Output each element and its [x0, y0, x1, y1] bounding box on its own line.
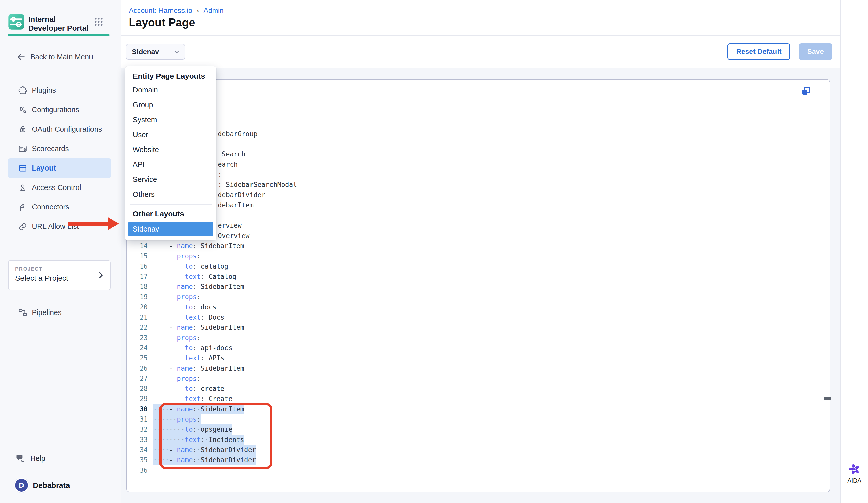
- person-icon: [18, 183, 27, 192]
- menu-item-domain[interactable]: Domain: [125, 82, 216, 98]
- sidebar-item-oauth-configurations[interactable]: OAuth Configurations: [8, 119, 111, 139]
- project-label: PROJECT: [15, 266, 42, 272]
- menu-item-website[interactable]: Website: [125, 142, 216, 157]
- svg-text:?: ?: [19, 455, 21, 459]
- code-line-content: - name: SidebarItem: [153, 322, 244, 332]
- layout-select[interactable]: Sidenav: [126, 44, 185, 60]
- sidebar-item-pipelines[interactable]: Pipelines: [8, 304, 111, 321]
- yaml-editor-panel[interactable]: debarGroupSearchearch:: SidebarSearchMod…: [126, 79, 830, 492]
- code-line-content: props:: [153, 373, 201, 384]
- code-fragment: Search: [222, 149, 246, 159]
- line-number: 19: [127, 292, 148, 302]
- back-label: Back to Main Menu: [30, 53, 93, 61]
- help-label: Help: [30, 454, 45, 463]
- code-line-33: 33········text:·Incidents: [127, 435, 809, 445]
- line-number: 36: [127, 465, 148, 475]
- line-number: 25: [127, 353, 148, 363]
- sidebar-item-scorecards[interactable]: Scorecards: [8, 139, 111, 158]
- sidebar-item-label: Plugins: [32, 86, 56, 94]
- menu-item-sidenav-selected[interactable]: Sidenav: [128, 222, 213, 236]
- code-line-32: 32········to:·opsgenie: [127, 424, 809, 434]
- code-line-content: props:: [153, 292, 201, 302]
- user-menu[interactable]: D Debabrata: [8, 476, 111, 494]
- code-line-content: props:: [153, 251, 201, 261]
- code-line-content: ········text:·Incidents: [153, 435, 244, 445]
- toolbar: Sidenav Reset Default Save: [121, 36, 840, 68]
- line-number: 22: [127, 322, 148, 332]
- code-line-29: 29 text: Create: [127, 394, 809, 404]
- code-line-content: - name: SidebarItem: [153, 282, 244, 292]
- aida-assistant-button[interactable]: AIDA: [841, 463, 868, 484]
- app-grid-icon[interactable]: [93, 16, 105, 28]
- code-line-content: ······props:: [153, 414, 201, 424]
- scrollbar-thumb[interactable]: [824, 397, 830, 400]
- code-line-25: 25 text: APIs: [127, 353, 809, 363]
- left-sidebar: Internal Developer Portal Back to Main M…: [0, 0, 121, 503]
- code-line-26: 26 - name: SidebarItem: [127, 363, 809, 373]
- code-line-23: 23 props:: [127, 333, 809, 343]
- code-line-35: 35····- name:·SidebarDivider: [127, 455, 809, 465]
- reset-default-button[interactable]: Reset Default: [727, 43, 790, 60]
- code-line-21: 21 text: Docs: [127, 312, 809, 322]
- code-line-content: to: catalog: [153, 261, 228, 271]
- code-line-28: 28 to: create: [127, 384, 809, 394]
- line-number: 18: [127, 282, 148, 292]
- help-chat-icon: ?: [15, 453, 26, 464]
- back-to-main-menu[interactable]: Back to Main Menu: [8, 50, 110, 64]
- page-title: Layout Page: [129, 16, 195, 29]
- code-line-content: to: create: [153, 384, 225, 394]
- menu-item-service[interactable]: Service: [125, 172, 216, 187]
- project-selector[interactable]: PROJECT Select a Project: [8, 260, 111, 291]
- sidebar-item-label: Connectors: [32, 203, 69, 211]
- scorecard-icon: [18, 144, 27, 153]
- sidebar-item-layout[interactable]: Layout: [8, 158, 111, 178]
- code-fragment: earch: [218, 159, 238, 170]
- code-line-content: - name: SidebarItem: [153, 363, 244, 373]
- code-line-15: 15 props:: [127, 251, 809, 261]
- code-line-content: - name: SidebarItem: [153, 241, 244, 251]
- code-lines[interactable]: 14 - name: SidebarItem15 props:16 to: ca…: [127, 241, 809, 475]
- pipelines-label: Pipelines: [32, 309, 62, 317]
- code-fragment: debarGroup: [218, 129, 258, 139]
- copy-icon[interactable]: [800, 86, 813, 98]
- breadcrumb-admin-link[interactable]: Admin: [204, 7, 224, 15]
- sidebar-item-label: Configurations: [32, 105, 79, 114]
- save-button[interactable]: Save: [799, 43, 833, 60]
- pipelines-icon: [18, 308, 27, 317]
- sidebar-divider: [8, 245, 110, 245]
- sidebar-item-access-control[interactable]: Access Control: [8, 178, 111, 197]
- menu-item-system[interactable]: System: [125, 112, 216, 127]
- code-line-31: 31······props:: [127, 414, 809, 424]
- arrow-left-icon: [16, 52, 26, 62]
- sidebar-item-help[interactable]: ? Help: [8, 450, 111, 467]
- plugins-icon: [18, 86, 27, 95]
- menu-item-others[interactable]: Others: [125, 187, 216, 202]
- right-rail: AIDA: [840, 0, 868, 503]
- scrollbar-track: [823, 104, 823, 485]
- sidebar-item-url-allow-list[interactable]: URL Allow List: [8, 217, 111, 236]
- code-line-content: ····- name:·SidebarDivider: [153, 455, 256, 465]
- code-fragment: debarDivider: [218, 190, 266, 200]
- sidebar-item-connectors[interactable]: Connectors: [8, 197, 111, 217]
- code-line-14: 14 - name: SidebarItem: [127, 241, 809, 251]
- sidebar-item-plugins[interactable]: Plugins: [8, 80, 111, 100]
- link-icon: [18, 222, 27, 231]
- line-number: 27: [127, 373, 148, 384]
- menu-item-group[interactable]: Group: [125, 98, 216, 112]
- menu-divider: [130, 204, 212, 205]
- brand-title: Internal Developer Portal: [28, 15, 92, 32]
- page-header: Account: Harness.io › Admin Layout Page: [121, 0, 840, 36]
- idp-logo-icon: [8, 14, 24, 30]
- code-fragment: erview: [218, 220, 242, 231]
- menu-item-user[interactable]: User: [125, 127, 216, 142]
- project-value: Select a Project: [15, 274, 68, 282]
- code-line-27: 27 props:: [127, 373, 809, 384]
- line-number: 16: [127, 261, 148, 271]
- layout-icon: [18, 164, 27, 173]
- menu-group-other-layouts: Other Layouts: [125, 208, 216, 220]
- sidebar-item-configurations[interactable]: Configurations: [8, 100, 111, 119]
- breadcrumb-account-link[interactable]: Account: Harness.io: [129, 7, 192, 15]
- menu-item-api[interactable]: API: [125, 157, 216, 172]
- sidebar-item-label: Scorecards: [32, 144, 69, 153]
- line-number: 20: [127, 302, 148, 312]
